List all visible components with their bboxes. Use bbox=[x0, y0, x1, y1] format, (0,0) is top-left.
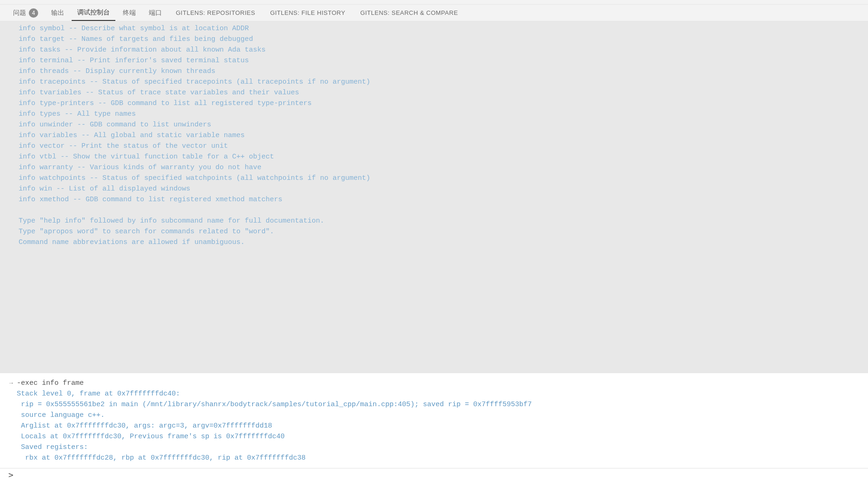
debug-console-input-bar[interactable]: > bbox=[0, 468, 868, 481]
gdb-output-line bbox=[19, 205, 849, 216]
tab-terminal-label: 终端 bbox=[123, 9, 136, 17]
tab-gitlens-search-compare[interactable]: GITLENS: SEARCH & COMPARE bbox=[354, 5, 464, 21]
frame-result-line: Locals at 0x7fffffffdc30, Previous frame… bbox=[9, 431, 859, 442]
gdb-output-line: info tracepoints -- Status of specified … bbox=[19, 77, 849, 87]
top-strip bbox=[0, 0, 868, 5]
tab-gitlens-repositories[interactable]: GITLENS: REPOSITORIES bbox=[169, 5, 262, 21]
tab-debug-console[interactable]: 调试控制台 bbox=[72, 5, 115, 21]
tab-gitlens-file-history[interactable]: GITLENS: FILE HISTORY bbox=[264, 5, 352, 21]
tab-ports-label: 端口 bbox=[149, 9, 162, 17]
gdb-output-line: Type "apropos word" to search for comman… bbox=[19, 226, 849, 237]
frame-result-line: rbx at 0x7fffffffdc28, rbp at 0x7fffffff… bbox=[9, 453, 859, 463]
frame-result-line: source language c++. bbox=[9, 410, 859, 421]
frame-result-line: rip = 0x555555561be2 in main (/mnt/libra… bbox=[9, 399, 859, 410]
gdb-output-line: info xmethod -- GDB command to list regi… bbox=[19, 194, 849, 205]
command-arrow-icon: → bbox=[9, 378, 17, 389]
gdb-output-line: info tvariables -- Status of trace state… bbox=[19, 87, 849, 98]
tab-debug-console-label: 调试控制台 bbox=[77, 8, 110, 17]
debug-console-output[interactable]: info symbol -- Describe what symbol is a… bbox=[0, 21, 868, 373]
tab-gitlens-repositories-label: GITLENS: REPOSITORIES bbox=[176, 9, 255, 16]
panel-tab-bar: 问题 4 输出 调试控制台 终端 端口 GITLENS: REPOSITORIE… bbox=[0, 5, 868, 21]
gdb-output-line: info warranty -- Various kinds of warran… bbox=[19, 162, 849, 173]
gdb-output-line: info unwinder -- GDB command to list unw… bbox=[19, 119, 849, 130]
gdb-output-line: info tasks -- Provide information about … bbox=[19, 45, 849, 55]
input-prompt-icon: > bbox=[8, 470, 13, 480]
gdb-output-line: Command name abbreviations are allowed i… bbox=[19, 237, 849, 248]
frame-info-result: Stack level 0, frame at 0x7fffffffdc40: … bbox=[9, 389, 859, 463]
command-row: → -exec info frame bbox=[9, 378, 859, 389]
gdb-output-line: info vtbl -- Show the virtual function t… bbox=[19, 152, 849, 162]
command-text: -exec info frame bbox=[17, 378, 84, 389]
gdb-output-line: info variables -- All global and static … bbox=[19, 130, 849, 141]
gdb-output-line: Type "help info" followed by info subcom… bbox=[19, 216, 849, 226]
gdb-output-line: info watchpoints -- Status of specified … bbox=[19, 173, 849, 184]
tab-gitlens-search-compare-label: GITLENS: SEARCH & COMPARE bbox=[360, 9, 458, 16]
frame-result-line: Stack level 0, frame at 0x7fffffffdc40: bbox=[9, 389, 859, 399]
gdb-output-line: info target -- Names of targets and file… bbox=[19, 34, 849, 45]
frame-result-line: Saved registers: bbox=[9, 442, 859, 453]
gdb-output-line: info type-printers -- GDB command to lis… bbox=[19, 98, 849, 109]
gdb-output-line: info symbol -- Describe what symbol is a… bbox=[19, 23, 849, 34]
tab-problems[interactable]: 问题 4 bbox=[7, 5, 44, 21]
frame-result-line: Arglist at 0x7fffffffdc30, args: argc=3,… bbox=[9, 421, 859, 431]
gdb-output-line: info vector -- Print the status of the v… bbox=[19, 141, 849, 152]
tab-output[interactable]: 输出 bbox=[46, 5, 70, 21]
gdb-output-line: info terminal -- Print inferior's saved … bbox=[19, 55, 849, 66]
tab-problems-label: 问题 bbox=[13, 9, 26, 17]
gdb-output-line: info threads -- Display currently known … bbox=[19, 66, 849, 77]
tab-ports[interactable]: 端口 bbox=[143, 5, 167, 21]
problems-badge: 4 bbox=[29, 8, 38, 18]
gdb-output-line: info win -- List of all displayed window… bbox=[19, 184, 849, 194]
tab-output-label: 输出 bbox=[51, 9, 64, 17]
command-result-section: → -exec info frame Stack level 0, frame … bbox=[0, 373, 868, 468]
tab-gitlens-file-history-label: GITLENS: FILE HISTORY bbox=[270, 9, 346, 16]
gdb-output-line: info types -- All type names bbox=[19, 109, 849, 119]
tab-terminal[interactable]: 终端 bbox=[117, 5, 141, 21]
